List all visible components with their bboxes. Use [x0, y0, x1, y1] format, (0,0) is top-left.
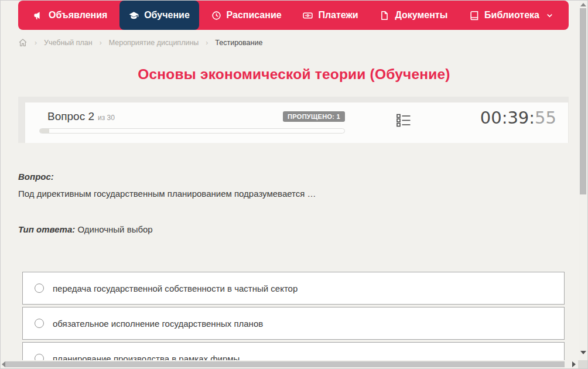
nav-item-announcements[interactable]: Объявления [24, 1, 117, 30]
nav-item-learning[interactable]: Обучение [119, 1, 199, 30]
scrollbar-corner [578, 360, 587, 368]
breadcrumb-separator: › [100, 39, 102, 47]
test-page: Объявления Обучение Расписание Платежи Д… [0, 0, 588, 369]
scroll-right-arrow-icon[interactable] [572, 361, 576, 367]
question-number: Вопрос 2из 30 [47, 110, 115, 123]
vertical-scrollbar[interactable] [579, 1, 587, 361]
scroll-up-arrow-icon[interactable] [580, 3, 586, 6]
breadcrumb: › Учебный план › Мероприятие дисциплины … [18, 37, 262, 49]
question-progress-block: Вопрос 2из 30 ПРОПУЩЕНО: 1 [39, 110, 345, 134]
answer-option-1[interactable]: передача государственной собственности в… [22, 272, 565, 305]
skipped-badge: ПРОПУЩЕНО: 1 [283, 111, 345, 122]
scroll-down-arrow-icon[interactable] [580, 351, 586, 354]
answer-option-label: обязательное исполнение государственных … [53, 319, 263, 329]
graduation-cap-icon [129, 11, 139, 20]
page-title: Основы экономической теории (Обучение) [1, 66, 587, 83]
breadcrumb-item-discipline-events[interactable]: Мероприятие дисциплины [109, 39, 199, 47]
vertical-scrollbar-thumb[interactable] [580, 8, 586, 194]
question-header-card: Вопрос 2из 30 ПРОПУЩЕНО: 1 00:39:55 [25, 102, 568, 143]
answer-option-label: передача государственной собственности в… [53, 283, 298, 293]
nav-item-library[interactable]: Библиотека [460, 1, 563, 30]
horizontal-scrollbar-thumb[interactable] [5, 361, 565, 367]
banknote-icon [303, 11, 313, 20]
question-header-band: Вопрос 2из 30 ПРОПУЩЕНО: 1 00:39:55 [18, 97, 569, 143]
megaphone-icon [33, 11, 43, 20]
answer-type-row: Тип ответа: Одиночный выбор [18, 224, 548, 235]
answer-option-2[interactable]: обязательное исполнение государственных … [22, 307, 565, 340]
breadcrumb-item-curriculum[interactable]: Учебный план [44, 39, 93, 47]
book-icon [469, 11, 479, 20]
answer-type-label: Тип ответа: [18, 224, 75, 234]
nav-item-label: Расписание [227, 10, 282, 20]
timer-seconds: 55 [535, 108, 556, 128]
home-icon[interactable] [18, 38, 28, 47]
radio-button[interactable] [35, 319, 44, 328]
nav-item-documents[interactable]: Документы [370, 1, 457, 30]
answers-list: передача государственной собственности в… [22, 272, 565, 369]
nav-item-schedule[interactable]: Расписание [202, 1, 291, 30]
breadcrumb-item-testing: Тестирование [215, 39, 262, 47]
question-total: из 30 [98, 114, 115, 122]
clock-icon [211, 11, 221, 20]
chevron-down-icon [545, 12, 553, 19]
nav-item-payments[interactable]: Платежи [293, 1, 367, 30]
answer-type-value: Одиночный выбор [77, 224, 152, 234]
main-nav: Объявления Обучение Расписание Платежи Д… [18, 1, 569, 30]
nav-item-label: Объявления [49, 10, 107, 20]
breadcrumb-separator: › [206, 39, 208, 47]
progress-bar-fill [40, 129, 49, 133]
question-text: Под директивным государственным планиров… [18, 189, 548, 200]
question-body: Вопрос: Под директивным государственным … [18, 172, 548, 235]
progress-bar [39, 128, 345, 134]
document-icon [380, 11, 389, 20]
horizontal-scrollbar[interactable] [1, 360, 579, 368]
nav-item-label: Платежи [318, 10, 358, 20]
radio-button[interactable] [35, 283, 44, 293]
timer-minutes: 00:39: [480, 108, 535, 128]
question-list-icon[interactable] [396, 112, 412, 128]
timer: 00:39:55 [480, 108, 556, 128]
nav-item-label: Библиотека [484, 10, 539, 20]
breadcrumb-separator: › [35, 39, 37, 47]
question-label: Вопрос: [18, 172, 548, 183]
nav-item-label: Документы [395, 10, 447, 20]
nav-item-label: Обучение [144, 10, 190, 20]
